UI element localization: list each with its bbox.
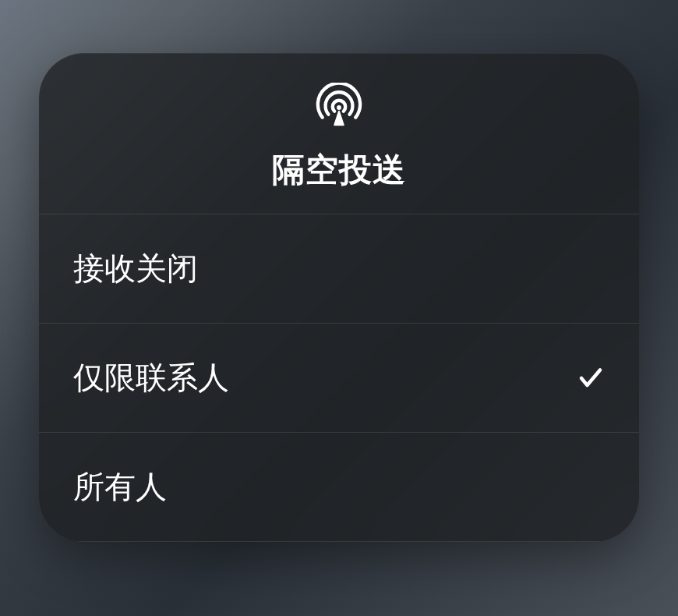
svg-point-0 bbox=[337, 105, 341, 110]
panel-title: 隔空投送 bbox=[272, 148, 406, 192]
option-label: 接收关闭 bbox=[73, 247, 198, 290]
panel-header: 隔空投送 bbox=[39, 53, 639, 214]
airdrop-icon bbox=[315, 83, 363, 131]
option-contacts-only[interactable]: 仅限联系人 bbox=[39, 324, 639, 433]
option-everyone[interactable]: 所有人 bbox=[39, 433, 639, 542]
options-list: 接收关闭 仅限联系人 所有人 bbox=[39, 214, 639, 542]
option-receiving-off[interactable]: 接收关闭 bbox=[39, 214, 639, 324]
airdrop-settings-panel: 隔空投送 接收关闭 仅限联系人 所有人 bbox=[39, 53, 639, 542]
checkmark-icon bbox=[577, 364, 605, 392]
option-label: 仅限联系人 bbox=[73, 356, 229, 399]
option-label: 所有人 bbox=[73, 466, 167, 508]
